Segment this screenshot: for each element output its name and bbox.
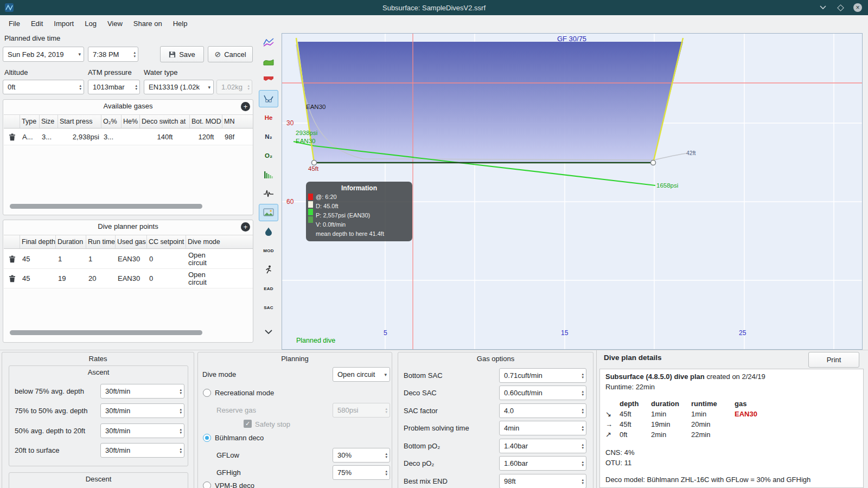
point-setpoint-cell[interactable]: 0 (147, 269, 186, 288)
add-gas-button[interactable]: + (241, 102, 250, 111)
spin-arrows-icon[interactable]: ▴▾ (180, 427, 182, 434)
points-col-run-time[interactable]: Run time (86, 235, 116, 248)
spin-arrows-icon[interactable]: ▴▾ (582, 425, 584, 432)
toggle-mod-button[interactable]: MOD (259, 242, 278, 259)
spin-arrows-icon[interactable]: ▴▾ (385, 469, 387, 476)
menu-help[interactable]: Help (168, 17, 193, 30)
menu-edit[interactable]: Edit (25, 17, 48, 30)
point-runtime-cell[interactable]: 20 (86, 269, 116, 288)
dive-profile-chart[interactable]: GF 30/75 EAN30 2938psi EAN30 45ft 1658ps… (282, 33, 863, 350)
problem-solving-time-spinbox[interactable]: 4min ▴▾ (499, 421, 586, 435)
point-setpoint-cell[interactable]: 0 (147, 249, 186, 268)
menu-view[interactable]: View (102, 17, 128, 30)
collapse-toolbar-button[interactable] (259, 323, 278, 341)
ascent-rate-surface-spinbox[interactable]: 30ft/min ▴▾ (100, 443, 184, 458)
point-gas-cell[interactable]: EAN30 (116, 269, 147, 288)
spin-arrows-icon[interactable]: ▴▾ (582, 442, 584, 450)
toggle-gas-graph-button[interactable] (259, 53, 278, 70)
toggle-photos-button[interactable] (259, 204, 278, 221)
dive-date-combobox[interactable]: Sun Feb 24, 2019 ▾ (3, 47, 84, 62)
gas-type-cell[interactable]: A... (20, 129, 40, 145)
add-point-button[interactable]: + (241, 222, 250, 232)
gases-col-type[interactable]: Type (20, 115, 40, 128)
best-mix-end-spinbox[interactable]: 98ft ▴▾ (499, 474, 586, 488)
point-duration-cell[interactable]: 19 (56, 269, 86, 288)
delete-point-icon[interactable] (4, 249, 20, 268)
point-gas-cell[interactable]: EAN30 (116, 249, 147, 268)
menu-file[interactable]: File (3, 17, 25, 30)
bottom-po2-spinbox[interactable]: 1.40bar ▴▾ (499, 439, 586, 453)
points-col-final-depth[interactable]: Final depth (20, 235, 56, 248)
point-dive-mode-cell[interactable]: Open circuit (186, 249, 226, 268)
gfhigh-spinbox[interactable]: 75% ▴▾ (333, 465, 390, 480)
save-button[interactable]: Save (160, 46, 204, 62)
spin-arrows-icon[interactable]: ▴▾ (582, 478, 584, 485)
points-col-duration[interactable]: Duration (56, 235, 86, 248)
delete-gas-icon[interactable] (4, 129, 20, 145)
deco-sac-spinbox[interactable]: 0.60cuft/min ▴▾ (499, 386, 586, 400)
point-runtime-cell[interactable]: 1 (86, 249, 116, 268)
dive-time-spinbox[interactable]: 7:38 PM ▴▾ (88, 47, 138, 62)
shade-window-icon[interactable] (818, 3, 828, 12)
toggle-o2-graph-button[interactable]: O₂ (259, 147, 278, 164)
altitude-spinbox[interactable]: 0ft ▴▾ (3, 80, 84, 94)
delete-point-icon[interactable] (4, 269, 20, 288)
ascent-rate-20-spinbox[interactable]: 30ft/min ▴▾ (100, 423, 184, 438)
gas-bot-mod-cell[interactable]: 120ft (190, 129, 222, 145)
cancel-button[interactable]: ⊘ Cancel (208, 46, 253, 62)
toggle-ceiling-button[interactable] (259, 72, 278, 89)
gas-deco-switch-cell[interactable]: 140ft (140, 129, 190, 145)
points-horizontal-scrollbar[interactable] (10, 330, 202, 335)
points-col-cc-setpoint[interactable]: CC setpoint (147, 235, 186, 248)
toggle-he-graph-button[interactable]: He (259, 109, 278, 126)
toggle-sac-rate-button[interactable] (259, 261, 278, 278)
gases-horizontal-scrollbar[interactable] (10, 204, 202, 209)
gflow-spinbox[interactable]: 30% ▴▾ (333, 448, 390, 463)
spin-arrows-icon[interactable]: ▴▾ (180, 407, 182, 414)
gases-col-deco-switch[interactable]: Deco switch at (140, 115, 190, 128)
ascent-rate-50-spinbox[interactable]: 30ft/min ▴▾ (100, 403, 184, 418)
toggle-plan-handles-button[interactable] (259, 90, 278, 107)
menu-log[interactable]: Log (79, 17, 102, 30)
waypoint-handle[interactable] (312, 160, 317, 165)
waypoint-handle[interactable] (651, 160, 656, 165)
spin-arrows-icon[interactable]: ▴▾ (180, 388, 182, 395)
toggle-ead-button[interactable]: EAD (259, 280, 278, 297)
atm-pressure-spinbox[interactable]: 1013mbar ▴▾ (88, 80, 140, 94)
bottom-sac-spinbox[interactable]: 0.71cuft/min ▴▾ (499, 368, 586, 383)
ascent-rate-75-spinbox[interactable]: 30ft/min ▴▾ (100, 384, 184, 399)
points-col-dive-mode[interactable]: Dive mode (186, 235, 253, 248)
toggle-pp-graphs-button[interactable] (259, 34, 278, 51)
recreational-mode-radio[interactable] (203, 389, 211, 397)
toggle-tissues-button[interactable] (259, 166, 278, 183)
sac-factor-spinbox[interactable]: 4.0 ▴▾ (499, 403, 586, 418)
toggle-sac-button[interactable]: SAC (259, 299, 278, 316)
point-depth-cell[interactable]: 45 (20, 249, 56, 268)
water-type-combobox[interactable]: EN13319 (1.02k ▾ (144, 80, 214, 94)
spin-arrows-icon[interactable]: ▴▾ (79, 84, 81, 91)
toggle-n2-graph-button[interactable]: N₂ (259, 128, 278, 145)
point-depth-cell[interactable]: 45 (20, 269, 56, 288)
points-col-used-gas[interactable]: Used gas (116, 235, 147, 248)
deco-po2-spinbox[interactable]: 1.60bar ▴▾ (499, 456, 586, 471)
vpmb-deco-radio[interactable] (203, 481, 211, 488)
toggle-heart-rate-button[interactable] (259, 185, 278, 202)
toggle-dc-reported-button[interactable] (259, 223, 278, 240)
point-dive-mode-cell[interactable]: Open circuit (186, 269, 226, 288)
spin-arrows-icon[interactable]: ▴▾ (582, 389, 584, 396)
gases-col-start-press[interactable]: Start press (58, 115, 101, 128)
information-tooltip[interactable]: Information @: 6:20 D: 45.0ft P: 2,557ps… (306, 182, 412, 241)
print-button[interactable]: Print (808, 352, 859, 368)
spin-arrows-icon[interactable]: ▴▾ (180, 447, 182, 454)
gases-col-bot-mod[interactable]: Bot. MOD (190, 115, 222, 128)
close-window-icon[interactable]: × (853, 3, 863, 12)
gas-he-cell[interactable] (122, 129, 140, 145)
gas-mnd-cell[interactable]: 98f (222, 129, 252, 145)
point-duration-cell[interactable]: 1 (56, 249, 86, 268)
gases-col-he[interactable]: He% (122, 115, 140, 128)
maximize-window-icon[interactable] (835, 3, 845, 12)
gas-start-press-cell[interactable]: 2,938psi (58, 129, 101, 145)
spin-arrows-icon[interactable]: ▴▾ (582, 407, 584, 414)
dive-mode-combobox[interactable]: Open circuit ▾ (333, 367, 390, 382)
spin-arrows-icon[interactable]: ▴▾ (133, 51, 136, 58)
